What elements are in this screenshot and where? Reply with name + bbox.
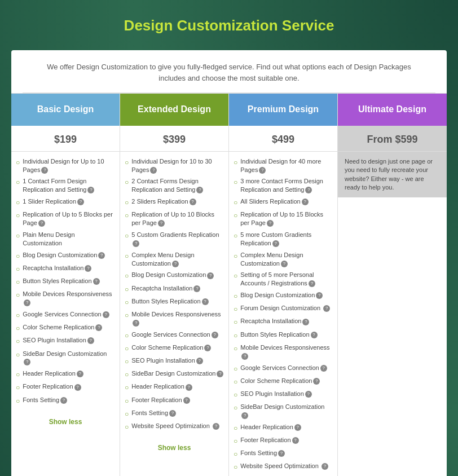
- help-icon[interactable]: ?: [241, 353, 248, 360]
- check-icon: ○: [234, 318, 237, 327]
- help-icon[interactable]: ?: [87, 187, 94, 193]
- plan-ultimate-header: Ultimate Design: [338, 94, 447, 126]
- plan-basic: Basic Design $199 ○Individual Design for…: [11, 94, 120, 476]
- list-item: ○5 more Custom Gradients Replication?: [234, 231, 333, 248]
- list-item: ○Mobile Devices Responsiveness?: [16, 290, 115, 307]
- ultimate-note: Need to design just one page or you need…: [338, 152, 447, 198]
- plan-basic-price: $199: [11, 126, 120, 152]
- help-icon[interactable]: ?: [98, 252, 105, 259]
- check-icon: ○: [16, 211, 20, 220]
- list-item: ○Button Styles Replication?: [234, 330, 333, 340]
- help-icon[interactable]: ?: [320, 365, 327, 372]
- help-icon[interactable]: ?: [41, 167, 48, 174]
- help-icon[interactable]: ?: [193, 285, 200, 292]
- check-icon: ○: [234, 390, 237, 399]
- help-icon[interactable]: ?: [217, 371, 223, 377]
- check-icon: ○: [125, 298, 129, 307]
- check-icon: ○: [16, 396, 20, 406]
- check-icon: ○: [125, 396, 129, 406]
- help-icon[interactable]: ?: [272, 240, 279, 247]
- list-item: ○Recaptcha Installation?: [16, 264, 115, 274]
- help-icon[interactable]: ?: [38, 220, 45, 227]
- help-icon[interactable]: ?: [158, 220, 165, 227]
- list-item: ○Button Styles Replication?: [16, 277, 115, 287]
- help-icon[interactable]: ?: [241, 412, 248, 419]
- help-icon[interactable]: ?: [294, 424, 301, 431]
- help-icon[interactable]: ?: [133, 320, 139, 327]
- check-icon: ○: [125, 158, 129, 167]
- help-icon[interactable]: ?: [93, 278, 100, 285]
- check-icon: ○: [125, 383, 129, 392]
- help-icon[interactable]: ?: [190, 199, 196, 205]
- help-icon[interactable]: ?: [313, 378, 320, 385]
- help-icon[interactable]: ?: [213, 423, 219, 430]
- check-icon: ○: [234, 292, 237, 301]
- check-icon: ○: [16, 265, 20, 274]
- check-icon: ○: [234, 449, 237, 459]
- check-icon: ○: [234, 331, 237, 340]
- help-icon[interactable]: ?: [292, 437, 299, 444]
- help-icon[interactable]: ?: [309, 280, 315, 287]
- help-icon[interactable]: ?: [87, 337, 94, 344]
- list-item: ○Header Replication?: [234, 423, 333, 433]
- show-less-basic[interactable]: Show less: [11, 413, 120, 430]
- plan-basic-header: Basic Design: [11, 94, 120, 126]
- help-icon[interactable]: ?: [267, 220, 274, 227]
- list-item: ○Blog Design Customization?: [16, 251, 115, 261]
- help-icon[interactable]: ?: [77, 371, 83, 377]
- check-icon: ○: [16, 198, 20, 207]
- page-title: Design Customization Service: [11, 11, 447, 40]
- help-icon[interactable]: ?: [323, 305, 330, 312]
- help-icon[interactable]: ?: [186, 384, 192, 391]
- help-icon[interactable]: ?: [207, 272, 214, 279]
- list-item: ○Individual Design for Up to 10 Pages?: [16, 157, 115, 174]
- help-icon[interactable]: ?: [196, 358, 203, 364]
- help-icon[interactable]: ?: [169, 410, 176, 417]
- list-item: ○SideBar Design Customization ?: [234, 403, 333, 420]
- list-item: ○1 Contact Form Design Replication and S…: [16, 177, 115, 194]
- help-icon[interactable]: ?: [316, 292, 323, 299]
- help-icon[interactable]: ?: [202, 298, 209, 305]
- help-icon[interactable]: ?: [278, 450, 285, 457]
- list-item: ○5 Custom Gradients Replication?: [125, 231, 224, 248]
- list-item: ○Fonts Setting?: [234, 449, 333, 459]
- check-icon: ○: [125, 285, 129, 294]
- list-item: ○Mobile Devices Responsiveness?: [234, 343, 333, 360]
- help-icon[interactable]: ?: [183, 397, 190, 404]
- help-icon[interactable]: ?: [204, 345, 211, 351]
- help-icon[interactable]: ?: [196, 187, 203, 193]
- help-icon[interactable]: ?: [74, 384, 81, 391]
- help-icon[interactable]: ?: [259, 167, 266, 174]
- help-icon[interactable]: ?: [77, 199, 84, 205]
- help-icon[interactable]: ?: [281, 261, 288, 267]
- list-item: ○Complex Menu Design Customization?: [125, 251, 224, 268]
- help-icon[interactable]: ?: [85, 265, 91, 272]
- help-icon[interactable]: ?: [305, 187, 312, 193]
- help-icon[interactable]: ?: [311, 332, 318, 338]
- check-icon: ○: [125, 211, 129, 220]
- help-icon[interactable]: ?: [305, 391, 312, 398]
- help-icon[interactable]: ?: [133, 240, 139, 247]
- check-icon: ○: [16, 311, 20, 320]
- show-less-extended[interactable]: Show less: [120, 439, 228, 456]
- check-icon: ○: [234, 462, 237, 471]
- help-icon[interactable]: ?: [302, 199, 309, 205]
- check-icon: ○: [125, 178, 129, 187]
- plan-extended-features: ○Individual Design for 10 to 30 Pages? ○…: [120, 152, 228, 439]
- help-icon[interactable]: ?: [95, 324, 102, 331]
- help-icon[interactable]: ?: [150, 167, 157, 174]
- help-icon[interactable]: ?: [212, 332, 218, 338]
- help-icon[interactable]: ?: [322, 463, 328, 470]
- help-icon[interactable]: ?: [302, 319, 309, 325]
- check-icon: ○: [125, 422, 129, 431]
- list-item: ○Fonts Setting?: [16, 396, 115, 406]
- help-icon[interactable]: ?: [60, 397, 67, 404]
- help-icon[interactable]: ?: [103, 311, 109, 318]
- check-icon: ○: [16, 350, 20, 359]
- list-item: ○Fonts Setting?: [125, 409, 224, 418]
- help-icon[interactable]: ?: [24, 359, 30, 365]
- list-item: ○Individual Design for 10 to 30 Pages?: [125, 157, 224, 174]
- help-icon[interactable]: ?: [172, 261, 179, 267]
- list-item: ○1 Slider Replication?: [16, 197, 115, 207]
- help-icon[interactable]: ?: [24, 299, 30, 306]
